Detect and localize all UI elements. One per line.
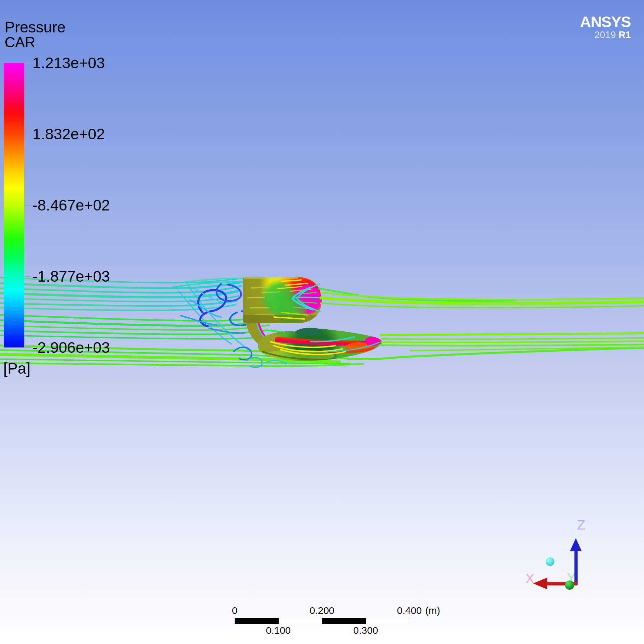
- ruler-label-0100: 0.100: [266, 625, 291, 636]
- ansys-viewport: Y Z X Pressure CAR 1.213e+03 1.832e+02 -…: [0, 0, 644, 644]
- z-axis-shaft: [575, 549, 578, 585]
- legend-unit: [Pa]: [3, 359, 30, 377]
- ruler-label-0300: 0.300: [353, 625, 378, 636]
- streamlines-downstream-lower: [379, 333, 644, 351]
- pressure-colorbar: [4, 63, 24, 347]
- colorbar-tick: [24, 276, 31, 277]
- ansys-version-year: 2019: [594, 29, 616, 40]
- z-axis-arrowhead: [570, 538, 582, 551]
- ruler-label-0: 0: [232, 605, 238, 616]
- colorbar-tick: [24, 134, 31, 135]
- ruler-unit: (m): [425, 605, 440, 616]
- streamlines-downstream-upper: [318, 289, 644, 308]
- colorbar-tick: [24, 63, 31, 64]
- colorbar-tick: [24, 205, 31, 206]
- ansys-logo-version: 2019 R1: [580, 30, 631, 40]
- legend-subtitle: CAR: [5, 34, 35, 50]
- legend-title: Pressure: [5, 19, 66, 35]
- ansys-logo: ANSYS 2019 R1: [580, 14, 631, 40]
- scale-ruler: [235, 618, 410, 624]
- axis-x-label: X: [526, 571, 534, 586]
- ruler-segment-black: [235, 618, 279, 624]
- rear-wing: [253, 318, 382, 376]
- car-body: [243, 253, 325, 329]
- ruler-label-0400: 0.400: [397, 605, 422, 616]
- ansys-logo-brand: ANSYS: [580, 14, 631, 30]
- axis-z-label: Z: [577, 518, 585, 532]
- colorbar-tick-label: 1.832e+02: [32, 125, 105, 143]
- ruler-segment-white: [279, 618, 322, 624]
- ruler-segment-black: [322, 618, 366, 624]
- viewport-3d[interactable]: Y Z X: [0, 0, 644, 644]
- ruler-label-0200: 0.200: [309, 605, 334, 616]
- ansys-version-release: R1: [619, 29, 631, 40]
- colorbar-tick-label: 1.213e+03: [32, 54, 105, 71]
- origin-sphere: [565, 580, 574, 590]
- y-axis-sphere: [546, 557, 554, 566]
- axis-triad[interactable]: Y Z X: [526, 518, 585, 590]
- colorbar-tick: [24, 347, 31, 348]
- ruler-segment-white: [366, 618, 410, 624]
- colorbar-tick-label: -8.467e+02: [32, 197, 110, 214]
- colorbar-tick-label: -2.906e+03: [32, 339, 110, 356]
- x-axis-arrowhead: [533, 577, 547, 589]
- colorbar-tick-label: -1.877e+03: [32, 268, 110, 285]
